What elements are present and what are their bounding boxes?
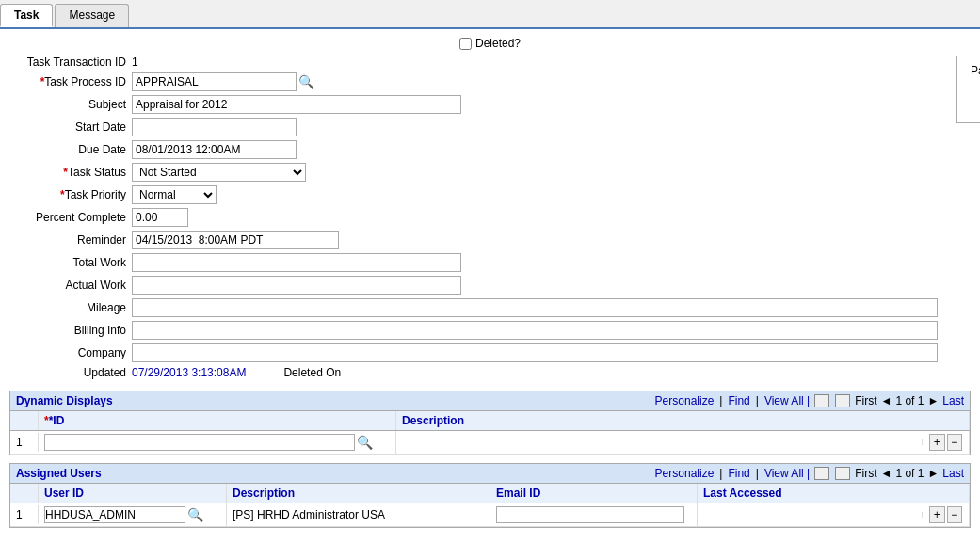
dynamic-displays-pagination-first[interactable]: First xyxy=(855,394,876,407)
au-col-emailid: Email ID xyxy=(490,484,698,503)
deleted-on-label: Deleted On xyxy=(283,366,341,379)
au-row-userid-input[interactable] xyxy=(44,506,185,523)
path-label: Path xyxy=(971,81,980,94)
dd-row-id-input[interactable] xyxy=(44,434,355,451)
updated-label: Updated xyxy=(9,366,132,379)
updated-value: 07/29/2013 3:13:08AM xyxy=(132,366,246,379)
dynamic-displays-personalize[interactable]: Personalize xyxy=(655,394,715,407)
dynamic-displays-title: Dynamic Displays xyxy=(16,394,113,407)
au-row-search-icon[interactable]: 🔍 xyxy=(187,507,203,522)
simulate-box: Simulate Events Update xyxy=(956,131,980,178)
dynamic-displays-nav: Personalize | Find | View All | First ◄ … xyxy=(655,394,964,407)
au-add-button[interactable]: + xyxy=(929,506,945,523)
tabs-bar: Task Message xyxy=(0,0,980,29)
total-work-input[interactable] xyxy=(132,253,461,272)
assigned-users-col-headers: User ID Description Email ID Last Access… xyxy=(10,483,970,503)
assigned-users-pagination-first[interactable]: First xyxy=(855,467,876,480)
col-id: **ID xyxy=(39,411,396,430)
task-transaction-id-value: 1 xyxy=(132,56,138,69)
billing-info-label: Billing Info xyxy=(9,324,132,337)
assigned-users-personalize[interactable]: Personalize xyxy=(655,467,715,480)
class-id-label: Class ID xyxy=(971,98,980,111)
assigned-users-page-info: 1 of 1 xyxy=(895,467,924,480)
task-process-id-search-icon[interactable]: 🔍 xyxy=(298,74,314,89)
subject-label: Subject xyxy=(9,98,132,111)
dynamic-displays-row: 1 🔍 + − xyxy=(10,431,970,455)
billing-info-input[interactable] xyxy=(132,321,938,340)
au-row-seq: 1 xyxy=(10,505,39,524)
task-status-label: *Task Status xyxy=(9,166,132,179)
deleted-checkbox-label: Deleted? xyxy=(459,37,521,50)
assigned-users-section: Assigned Users Personalize | Find | View… xyxy=(9,463,971,528)
dynamic-displays-find[interactable]: Find xyxy=(728,394,749,407)
start-date-label: Start Date xyxy=(9,120,132,134)
col-seq xyxy=(10,411,39,430)
reminder-label: Reminder xyxy=(9,233,132,247)
au-grid-icon[interactable] xyxy=(835,467,850,480)
actual-work-label: Actual Work xyxy=(9,279,132,292)
view-icon[interactable] xyxy=(814,394,829,407)
package-box: Package Name EP_EODI_PACKAGE Path TASKS … xyxy=(956,56,980,123)
au-col-last-accessed: Last Accessed xyxy=(698,484,970,503)
task-transaction-id-label: Task Transaction ID xyxy=(9,56,132,69)
dd-row-actions: + − xyxy=(923,431,970,454)
task-status-select[interactable]: Not Started In Progress Completed Cancel… xyxy=(132,163,306,182)
assigned-users-nav: Personalize | Find | View All | First ◄ … xyxy=(655,467,964,480)
dd-row-description xyxy=(396,439,923,445)
actual-work-input[interactable] xyxy=(132,276,461,295)
tab-message[interactable]: Message xyxy=(55,4,129,27)
au-row-emailid-cell xyxy=(490,503,698,526)
au-col-description: Description xyxy=(227,484,490,503)
percent-complete-input[interactable] xyxy=(132,208,188,227)
dynamic-displays-col-headers: **ID Description xyxy=(10,410,970,431)
dynamic-displays-section: Dynamic Displays Personalize | Find | Vi… xyxy=(9,391,971,455)
dd-row-seq: 1 xyxy=(10,433,39,452)
mileage-label: Mileage xyxy=(9,301,132,314)
total-work-label: Total Work xyxy=(9,256,132,269)
mileage-input[interactable] xyxy=(132,298,938,317)
dd-row-id-cell: 🔍 xyxy=(39,431,396,454)
reminder-input[interactable] xyxy=(132,231,339,249)
dynamic-displays-page-info: 1 of 1 xyxy=(895,394,924,407)
company-label: Company xyxy=(9,346,132,359)
au-row-userid-cell: 🔍 xyxy=(39,503,227,526)
assigned-users-title: Assigned Users xyxy=(16,467,102,480)
task-process-id-label: *Task Process ID xyxy=(9,75,132,88)
assigned-users-row: 1 🔍 [PS] HRHD Administrator USA + − xyxy=(10,503,970,527)
start-date-input[interactable] xyxy=(132,118,297,136)
dynamic-displays-header: Dynamic Displays Personalize | Find | Vi… xyxy=(10,391,970,410)
dynamic-displays-view-all[interactable]: View All | xyxy=(764,394,810,407)
percent-complete-label: Percent Complete xyxy=(9,211,132,224)
au-row-description: [PS] HRHD Administrator USA xyxy=(227,505,490,524)
dd-add-button[interactable]: + xyxy=(929,434,945,451)
subject-input[interactable] xyxy=(132,95,461,114)
dd-remove-button[interactable]: − xyxy=(947,434,963,451)
assigned-users-find[interactable]: Find xyxy=(728,467,749,480)
au-row-emailid-input[interactable] xyxy=(496,506,684,523)
au-col-seq xyxy=(10,484,39,503)
au-row-last-accessed xyxy=(698,512,923,518)
col-description: Description xyxy=(396,411,970,430)
au-col-userid: User ID xyxy=(39,484,227,503)
au-remove-button[interactable]: − xyxy=(947,506,963,523)
assigned-users-view-all[interactable]: View All | xyxy=(764,467,810,480)
due-date-input[interactable] xyxy=(132,140,297,159)
grid-icon[interactable] xyxy=(835,394,850,407)
assigned-users-header: Assigned Users Personalize | Find | View… xyxy=(10,464,970,483)
company-input[interactable] xyxy=(132,343,938,362)
due-date-label: Due Date xyxy=(9,143,132,156)
assigned-users-last[interactable]: Last xyxy=(942,467,964,480)
dd-row-search-icon[interactable]: 🔍 xyxy=(357,435,373,450)
task-priority-select[interactable]: Low Normal High xyxy=(132,185,217,204)
au-view-icon[interactable] xyxy=(814,467,829,480)
au-row-actions: + − xyxy=(923,503,970,526)
deleted-checkbox[interactable] xyxy=(459,38,472,50)
package-name-label: Package Name xyxy=(971,64,980,77)
tab-task[interactable]: Task xyxy=(0,4,53,27)
task-process-id-input[interactable] xyxy=(132,72,297,91)
dynamic-displays-last[interactable]: Last xyxy=(942,394,964,407)
task-priority-label: *Task Priority xyxy=(9,188,132,201)
